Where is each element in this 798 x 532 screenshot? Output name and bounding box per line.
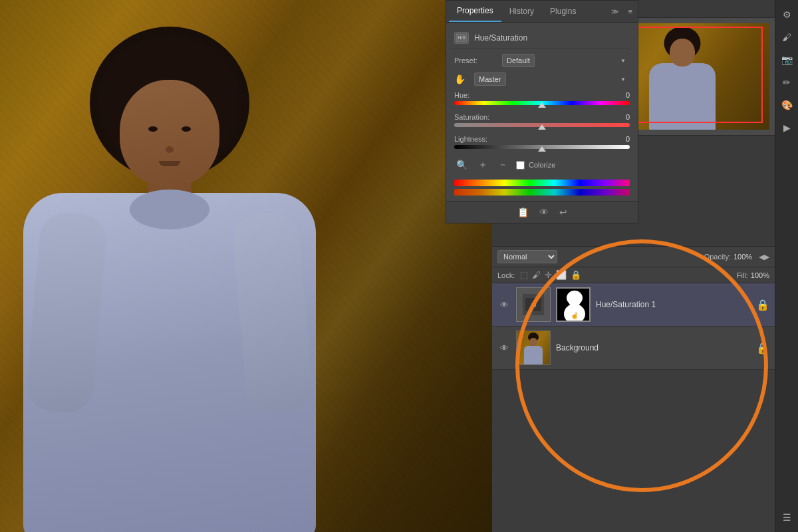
layers-top-bar: Normal Opacity: 100% ◀▶ xyxy=(492,247,775,267)
panel-content: H/S Hue/Saturation Preset: Default ▼ ✋ xyxy=(446,23,638,201)
saturation-value: 0 xyxy=(610,113,630,121)
palette-icon[interactable]: 🎨 xyxy=(777,96,796,114)
lock-position-icon[interactable]: ✛ xyxy=(545,270,552,280)
colorize-row: Colorize xyxy=(516,161,555,170)
layers-lock-bar: Lock: ⬚ 🖌 ✛ ⬜ 🔒 Fill: 100% xyxy=(492,267,775,283)
svg-text:⊙: ⊙ xyxy=(531,301,537,309)
lock-label: Lock: xyxy=(497,271,515,279)
hue-slider-container xyxy=(454,101,630,105)
reset-icon[interactable]: ↩ xyxy=(559,207,567,217)
blend-mode-select[interactable]: Normal xyxy=(497,250,557,263)
tab-plugins[interactable]: Plugins xyxy=(542,1,584,21)
hue-label-row: Hue: 0 xyxy=(454,91,630,99)
layer-thumb-background xyxy=(516,331,551,365)
colorize-label[interactable]: Colorize xyxy=(529,161,555,169)
colorize-checkbox[interactable] xyxy=(516,161,525,170)
lock-all-icon[interactable]: 🔒 xyxy=(571,270,581,280)
lightness-slider-container xyxy=(454,145,630,149)
layer-visibility-hue-sat[interactable]: 👁 xyxy=(497,298,511,311)
fill-area: Fill: 100% xyxy=(737,271,769,279)
tools-row: 🔍 ＋ － Colorize xyxy=(454,157,630,173)
lock-image-icon[interactable]: 🖌 xyxy=(532,270,541,280)
panel-bottom-bar: 📋 👁 ↩ xyxy=(446,201,638,223)
opacity-value[interactable]: 100% xyxy=(733,253,753,261)
preset-row: Preset: Default ▼ xyxy=(454,54,630,67)
color-bar-bottom xyxy=(454,189,630,196)
eyedropper-tool[interactable]: 🔍 xyxy=(454,158,469,172)
lightness-value: 0 xyxy=(610,135,630,143)
saturation-label-row: Saturation: 0 xyxy=(454,113,630,121)
eyedropper-plus-tool[interactable]: ＋ xyxy=(476,157,489,173)
lock-pixels-icon[interactable]: ⬚ xyxy=(520,270,528,280)
hue-thumb[interactable] xyxy=(538,102,546,108)
pen-icon[interactable]: ✏ xyxy=(777,73,796,92)
panel-title: Hue/Saturation xyxy=(474,33,527,43)
panel-title-row: H/S Hue/Saturation xyxy=(454,28,630,49)
saturation-slider-container xyxy=(454,123,630,127)
main-canvas xyxy=(0,0,492,532)
layers-panel: Normal Opacity: 100% ◀▶ Lock: ⬚ 🖌 ✛ ⬜ 🔒 … xyxy=(492,246,775,532)
layer-item-hue-sat[interactable]: 👁 ⊙ ☝ Hu xyxy=(492,283,775,327)
tab-properties[interactable]: Properties xyxy=(449,1,501,22)
saturation-slider-row: Saturation: 0 xyxy=(454,113,630,127)
panel-tab-bar: Properties History Plugins ≫ ≡ xyxy=(446,1,638,23)
saturation-label: Saturation: xyxy=(454,113,489,121)
hue-label: Hue: xyxy=(454,91,469,99)
hue-value: 0 xyxy=(610,91,630,99)
layer-lock-background: 🔒 xyxy=(756,342,769,354)
layer-name-hue-sat: Hue/Saturation 1 xyxy=(596,300,751,309)
color-bar-top xyxy=(454,180,630,186)
lightness-label: Lightness: xyxy=(454,135,487,143)
preset-select-arrow: ▼ xyxy=(620,58,626,64)
properties-panel-inner: Properties History Plugins ≫ ≡ H/S Hue/S… xyxy=(446,0,638,223)
layer-lock-hue-sat: 🔒 xyxy=(756,299,769,311)
svg-text:H/S: H/S xyxy=(458,35,466,40)
layer-icon-hue-sat: ⊙ xyxy=(516,287,551,322)
tab-history[interactable]: History xyxy=(501,1,542,21)
channel-row: ✋ Master ▼ xyxy=(454,72,630,86)
lightness-thumb[interactable] xyxy=(538,146,546,152)
panel-menu-icon[interactable]: ≡ xyxy=(626,6,635,17)
hue-slider-row: Hue: 0 xyxy=(454,91,630,105)
lock-artboard-icon[interactable]: ⬜ xyxy=(556,270,567,280)
lightness-slider-row: Lightness: 0 xyxy=(454,135,630,149)
lightness-label-row: Lightness: 0 xyxy=(454,135,630,143)
opacity-label: Opacity: xyxy=(704,253,731,261)
hand-tool-icon[interactable]: ✋ xyxy=(454,74,474,84)
svg-rect-8 xyxy=(572,305,577,311)
channel-select-wrapper: Master ▼ xyxy=(474,72,630,86)
panel-tab-icons: ≫ ≡ xyxy=(608,6,635,17)
brush-icon[interactable]: 🖌 xyxy=(777,28,796,47)
clip-layer-icon[interactable]: 📋 xyxy=(517,207,529,217)
person-photo xyxy=(20,0,319,532)
layer-item-background[interactable]: 👁 Background 🔒 xyxy=(492,327,775,370)
visibility-icon[interactable]: 👁 xyxy=(539,207,549,217)
channel-select-arrow: ▼ xyxy=(620,76,626,82)
layers-icon[interactable]: ☰ xyxy=(777,508,796,527)
layer-mask-hue-sat[interactable]: ☝ xyxy=(556,287,591,322)
fill-label: Fill: xyxy=(737,271,748,279)
fill-value[interactable]: 100% xyxy=(751,271,769,279)
preset-select[interactable]: Default xyxy=(502,54,535,67)
opacity-slider-expand[interactable]: ◀▶ xyxy=(759,253,769,261)
layer-name-background: Background xyxy=(556,343,751,352)
settings-icon[interactable]: ⚙ xyxy=(777,5,796,24)
channel-select[interactable]: Master xyxy=(474,72,506,86)
adjustment-icon: H/S xyxy=(454,32,469,44)
expand-panel-icon[interactable]: ≫ xyxy=(608,6,622,17)
camera-icon[interactable]: 📷 xyxy=(777,51,796,69)
preset-label: Preset: xyxy=(454,57,502,65)
saturation-thumb[interactable] xyxy=(538,124,546,130)
lock-icons: ⬚ 🖌 ✛ ⬜ 🔒 xyxy=(520,270,581,280)
svg-text:☝: ☝ xyxy=(571,311,579,320)
play-icon[interactable]: ▶ xyxy=(777,118,796,137)
right-toolbar: ⚙ 🖌 📷 ✏ 🎨 ▶ ☰ xyxy=(775,0,798,532)
eyedropper-minus-tool[interactable]: － xyxy=(496,157,509,173)
color-bars xyxy=(454,180,630,196)
opacity-row: Opacity: 100% ◀▶ xyxy=(704,253,769,261)
preset-select-wrapper: Default ▼ xyxy=(502,54,630,67)
layer-visibility-background[interactable]: 👁 xyxy=(497,341,511,354)
